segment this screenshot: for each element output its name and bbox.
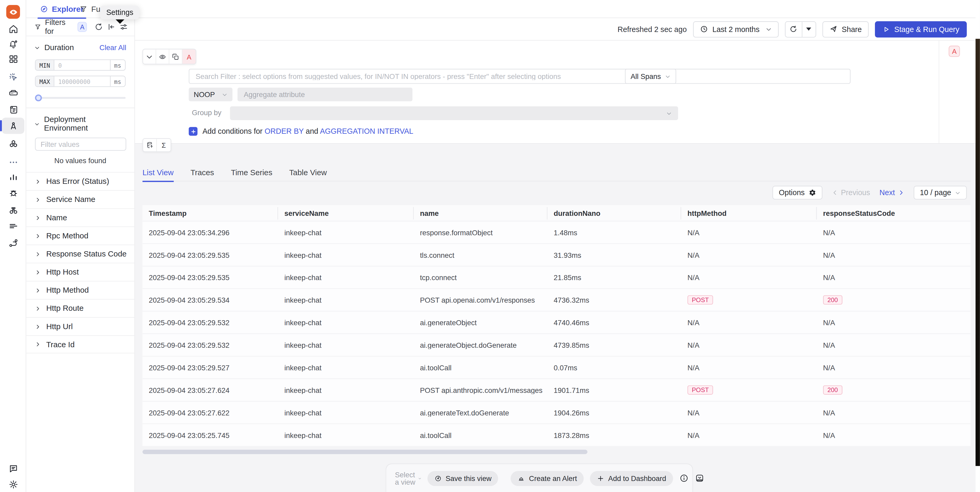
save-view-button[interactable]: Save this view <box>427 471 498 486</box>
cell-durationNano: 1904.26ms <box>547 409 681 417</box>
order-by-link[interactable]: ORDER BY <box>265 127 304 136</box>
filter-section-http-host[interactable]: Http Host <box>26 263 134 281</box>
settings-gear-icon[interactable] <box>0 476 26 492</box>
aggregate-attribute-input[interactable]: Aggregate attribute <box>237 88 412 101</box>
add-condition-button[interactable] <box>189 127 197 136</box>
filter-section-name[interactable]: Name <box>26 208 134 226</box>
deployment-env-label: Deployment Environment <box>44 115 126 133</box>
table-row[interactable]: 2025-09-04 23:05:29.527inkeep-chatai.too… <box>143 356 970 379</box>
add-query-button[interactable] <box>143 139 157 151</box>
add-conditions-prefix: Add conditions for <box>202 127 262 136</box>
query-a-badge[interactable]: A <box>948 46 960 57</box>
filter-settings-icon[interactable] <box>119 22 128 31</box>
table-header-row: TimestampserviceNamenamedurationNanohttp… <box>143 205 970 221</box>
aggregation-interval-link[interactable]: AGGREGATION INTERVAL <box>320 127 413 136</box>
cursor-click-icon[interactable] <box>0 70 26 85</box>
share-button[interactable]: Share <box>822 21 869 37</box>
view-tab-traces[interactable]: Traces <box>191 164 214 181</box>
group-by-input[interactable] <box>230 106 678 120</box>
refresh-options-button[interactable] <box>802 21 815 37</box>
cell-serviceName: inkeep-chat <box>278 409 414 417</box>
add-to-dashboard-button[interactable]: Add to Dashboard <box>590 471 673 486</box>
filter-section-response-status-code[interactable]: Response Status Code <box>26 245 134 263</box>
select-view-placeholder: Select a view <box>395 471 418 486</box>
options-button[interactable]: Options <box>772 186 822 199</box>
table-row[interactable]: 2025-09-04 23:05:29.535inkeep-chattls.co… <box>143 243 970 266</box>
filter-section-rpc-method[interactable]: Rpc Method <box>26 226 134 244</box>
filter-section-http-route[interactable]: Http Route <box>26 299 134 317</box>
filter-section-service-name[interactable]: Service Name <box>26 190 134 208</box>
dashboards-grid-icon[interactable] <box>0 51 26 66</box>
clone-query-button[interactable] <box>169 49 182 64</box>
select-view-dropdown[interactable]: Select a view <box>395 471 421 486</box>
view-tab-table-view[interactable]: Table View <box>289 164 327 181</box>
search-filter-input[interactable] <box>189 69 851 84</box>
min-duration-input[interactable] <box>54 60 110 70</box>
previous-page-button[interactable]: Previous <box>831 188 870 197</box>
duration-section-header[interactable]: Duration Clear All <box>26 36 134 56</box>
no-values-text: No values found <box>26 151 134 172</box>
page-size-select[interactable]: 10 / page <box>914 186 967 199</box>
query-letter-chip[interactable]: A <box>182 49 196 64</box>
time-range-dropdown[interactable]: Last 2 months <box>693 21 779 37</box>
table-row[interactable]: 2025-09-04 23:05:29.535inkeep-chattcp.co… <box>143 266 970 289</box>
metrics-bar-chart-icon[interactable] <box>0 169 26 184</box>
info-icon[interactable] <box>679 473 689 483</box>
support-chat-icon[interactable] <box>0 461 26 476</box>
table-row[interactable]: 2025-09-04 23:05:29.532inkeep-chatai.gen… <box>143 311 970 333</box>
refresh-button[interactable] <box>786 21 802 37</box>
footer-action-bar: Select a view Save this view Create an A… <box>386 463 693 492</box>
view-tab-list-view[interactable]: List View <box>143 164 174 181</box>
table-row[interactable]: 2025-09-04 23:05:27.624inkeep-chatPOST a… <box>143 379 970 401</box>
slider-handle[interactable] <box>35 94 42 101</box>
view-tab-time-series[interactable]: Time Series <box>231 164 272 181</box>
traces-compass-icon[interactable] <box>2 118 24 134</box>
aggregate-op-select[interactable]: NOOP <box>189 88 232 101</box>
duration-max-group: MAX ms <box>35 76 126 87</box>
table-row[interactable]: 2025-09-04 23:05:27.622inkeep-chatai.gen… <box>143 401 970 423</box>
logo-eye-icon[interactable] <box>0 5 26 19</box>
explore-binoculars-icon[interactable] <box>0 203 26 218</box>
infra-server-icon[interactable] <box>0 85 26 100</box>
max-duration-input[interactable] <box>54 76 110 86</box>
disc-save-icon <box>434 474 442 482</box>
filter-section-http-url[interactable]: Http Url <box>26 317 134 335</box>
next-page-button[interactable]: Next <box>880 188 904 197</box>
filter-values-input[interactable] <box>35 138 126 151</box>
filter-section-trace-id[interactable]: Trace Id <box>26 335 134 353</box>
cell-durationNano: 4740.46ms <box>547 319 681 326</box>
spans-table: TimestampserviceNamenamedurationNanohttp… <box>143 205 970 446</box>
table-row[interactable]: 2025-09-04 23:05:34.296inkeep-chatrespon… <box>143 221 970 243</box>
stage-run-query-button[interactable]: Stage & Run Query <box>875 21 967 37</box>
tab-explorer[interactable]: Explorer <box>40 0 84 18</box>
plus-icon <box>597 474 605 482</box>
table-row[interactable]: 2025-09-04 23:05:29.534inkeep-chatPOST a… <box>143 288 970 311</box>
filter-section-has-error-status[interactable]: Has Error (Status) <box>26 172 134 190</box>
exceptions-bug-icon[interactable] <box>0 185 26 200</box>
add-formula-button[interactable]: Σ <box>157 139 170 151</box>
home-icon[interactable] <box>0 21 26 36</box>
table-row[interactable]: 2025-09-04 23:05:29.532inkeep-chatai.gen… <box>143 333 970 356</box>
alerts-bell-icon[interactable] <box>0 36 26 51</box>
rules-list-icon[interactable] <box>0 218 26 233</box>
table-row[interactable]: 2025-09-04 23:05:25.745inkeep-chatai.too… <box>143 423 970 446</box>
integrations-cubes-icon[interactable] <box>0 136 26 151</box>
slider-track[interactable] <box>35 97 126 99</box>
collapse-panel-icon[interactable] <box>107 22 116 31</box>
span-scope-select[interactable]: All Spans <box>625 69 676 84</box>
create-alert-button[interactable]: Create an Alert <box>511 471 584 486</box>
more-dots-icon[interactable] <box>0 155 26 169</box>
deployment-env-header[interactable]: Deployment Environment <box>26 108 134 136</box>
dock-panel-icon[interactable] <box>695 473 704 483</box>
logs-scroll-icon[interactable] <box>0 102 26 117</box>
filter-section-http-method[interactable]: Http Method <box>26 281 134 299</box>
pipelines-route-icon[interactable] <box>0 235 26 250</box>
collapse-query-button[interactable] <box>143 49 156 64</box>
sync-filters-icon[interactable] <box>94 22 103 31</box>
query-a-chip[interactable]: A <box>78 22 87 32</box>
run-query-label: Stage & Run Query <box>894 25 959 33</box>
cell-serviceName: inkeep-chat <box>278 273 414 281</box>
clear-all-link[interactable]: Clear All <box>100 44 126 51</box>
horizontal-scrollbar[interactable] <box>143 450 587 454</box>
toggle-visibility-button[interactable] <box>156 49 169 64</box>
